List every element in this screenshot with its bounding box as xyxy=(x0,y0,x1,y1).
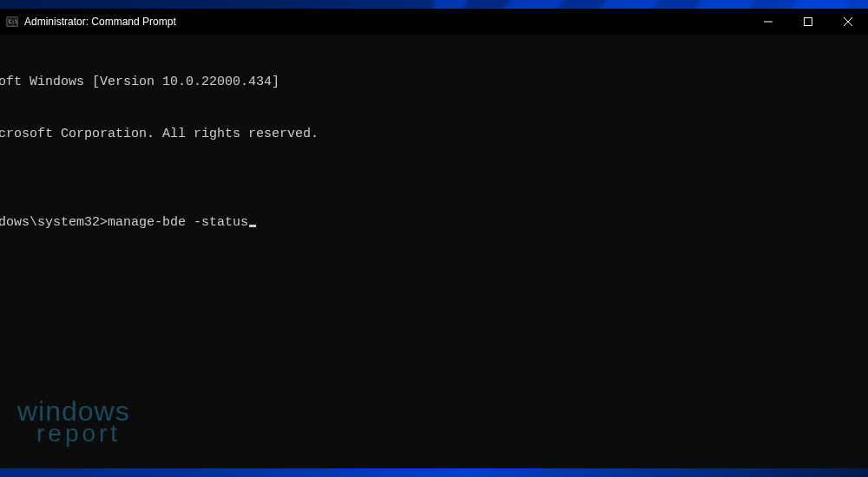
output-line: osoft Windows [Version 10.0.22000.434] xyxy=(0,74,868,91)
maximize-button[interactable] xyxy=(788,9,828,35)
window-controls xyxy=(748,9,868,35)
terminal-area[interactable]: osoft Windows [Version 10.0.22000.434] M… xyxy=(0,35,868,468)
output-line: Microsoft Corporation. All rights reserv… xyxy=(0,126,868,143)
command-prompt-window: C:\ _ Administrator: Command Prompt osof… xyxy=(0,9,868,468)
svg-rect-4 xyxy=(805,18,812,26)
command-prompt-icon: C:\ _ xyxy=(5,15,19,29)
window-title: Administrator: Command Prompt xyxy=(24,16,176,28)
titlebar[interactable]: C:\ _ Administrator: Command Prompt xyxy=(0,9,868,35)
prompt-path: indows\system32> xyxy=(0,214,108,232)
close-button[interactable] xyxy=(828,9,868,35)
titlebar-left: C:\ _ Administrator: Command Prompt xyxy=(0,15,176,29)
prompt-line: indows\system32>manage-bde -status xyxy=(0,214,868,232)
command-input[interactable]: manage-bde -status xyxy=(108,214,248,232)
minimize-button[interactable] xyxy=(748,9,788,35)
cursor-icon xyxy=(249,225,256,227)
